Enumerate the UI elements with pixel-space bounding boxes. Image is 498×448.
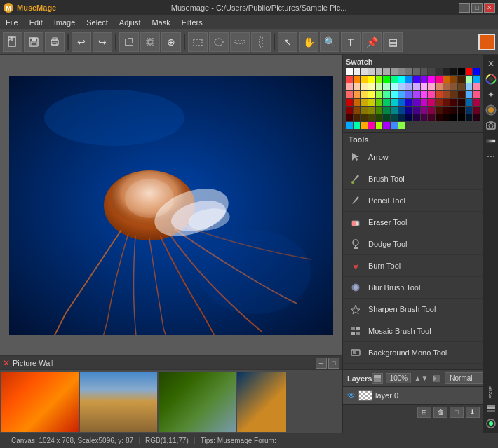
swatch-color-81[interactable] — [413, 99, 420, 106]
swatch-color-71[interactable] — [473, 91, 480, 98]
swatch-color-19[interactable] — [354, 76, 361, 83]
opacity-stepper[interactable]: ▲▼ — [414, 374, 428, 382]
select-col[interactable] — [251, 32, 271, 52]
undo-button[interactable]: ↩ — [72, 32, 91, 52]
swatch-color-104[interactable] — [450, 107, 457, 114]
swatch-color-40[interactable] — [376, 83, 383, 90]
swatch-color-63[interactable] — [413, 91, 420, 98]
swatch-color-119[interactable] — [428, 114, 435, 121]
more-options-icon[interactable]: ⋯ — [485, 150, 497, 163]
swatch-color-128[interactable] — [361, 122, 368, 129]
swatch-color-0[interactable] — [346, 68, 353, 75]
swatch-color-94[interactable] — [376, 107, 383, 114]
select-row[interactable] — [230, 32, 250, 52]
swatch-color-4[interactable] — [376, 68, 383, 75]
swatch-color-113[interactable] — [383, 114, 390, 121]
swatch-color-27[interactable] — [413, 76, 420, 83]
move-layer-down-button[interactable]: ⬇ — [466, 407, 480, 418]
swatch-color-121[interactable] — [443, 114, 450, 121]
swatch-color-14[interactable] — [450, 68, 457, 75]
swatch-color-54[interactable] — [346, 91, 353, 98]
swatch-color-131[interactable] — [383, 122, 390, 129]
swatch-color-77[interactable] — [383, 99, 390, 106]
swatch-color-118[interactable] — [421, 114, 428, 121]
swatch-color-83[interactable] — [428, 99, 435, 106]
swatch-color-93[interactable] — [368, 107, 375, 114]
swatch-color-108[interactable] — [346, 114, 353, 121]
swatch-color-69[interactable] — [458, 91, 465, 98]
swatch-color-60[interactable] — [391, 91, 398, 98]
tool-item-mosaic-brush-tool[interactable]: Mosaic Brush Tool — [343, 320, 483, 342]
swatch-color-23[interactable] — [383, 76, 390, 83]
swatch-color-59[interactable] — [383, 91, 390, 98]
transform-button[interactable] — [140, 32, 160, 52]
swatch-color-32[interactable] — [450, 76, 457, 83]
tool-item-burn-tool[interactable]: Burn Tool — [343, 255, 483, 277]
swatch-color-22[interactable] — [376, 76, 383, 83]
swatch-color-70[interactable] — [466, 91, 473, 98]
swatch-color-1[interactable] — [354, 68, 361, 75]
swatch-color-91[interactable] — [354, 107, 361, 114]
tool-item-background-mono-tool[interactable]: Background Mono Tool — [343, 342, 483, 364]
zoom-tool[interactable]: 🔍 — [320, 32, 339, 52]
swatch-color-41[interactable] — [383, 83, 390, 90]
swatch-color-62[interactable] — [405, 91, 412, 98]
swatch-color-21[interactable] — [368, 76, 375, 83]
swatch-color-85[interactable] — [443, 99, 450, 106]
swatch-color-31[interactable] — [443, 76, 450, 83]
layer-tool[interactable]: ▤ — [383, 32, 403, 52]
swatch-color-97[interactable] — [398, 107, 405, 114]
swatch-color-57[interactable] — [368, 91, 375, 98]
swatch-color-105[interactable] — [458, 107, 465, 114]
swatch-color-37[interactable] — [354, 83, 361, 90]
close-panel-icon[interactable]: ✕ — [485, 57, 497, 70]
swatch-color-90[interactable] — [346, 107, 353, 114]
menu-item-image[interactable]: Image — [51, 17, 79, 28]
swatch-color-106[interactable] — [466, 107, 473, 114]
foreground-color[interactable] — [478, 34, 495, 50]
thumbnail-3[interactable] — [159, 372, 236, 432]
menu-item-edit[interactable]: Edit — [27, 17, 46, 28]
swatch-color-38[interactable] — [361, 83, 368, 90]
swatch-color-124[interactable] — [466, 114, 473, 121]
swatch-color-114[interactable] — [391, 114, 398, 121]
swatch-color-5[interactable] — [383, 68, 390, 75]
swatch-color-75[interactable] — [368, 99, 375, 106]
crop-button[interactable] — [119, 32, 139, 52]
swatch-color-29[interactable] — [428, 76, 435, 83]
swatch-color-103[interactable] — [443, 107, 450, 114]
swatch-color-35[interactable] — [473, 76, 480, 83]
swatch-color-111[interactable] — [368, 114, 375, 121]
swatch-color-122[interactable] — [450, 114, 457, 121]
print-button[interactable] — [45, 32, 65, 52]
swatch-color-116[interactable] — [405, 114, 412, 121]
swatch-color-10[interactable] — [421, 68, 428, 75]
swatch-color-79[interactable] — [398, 99, 405, 106]
exif-label[interactable]: EXIF — [487, 386, 494, 399]
swatch-color-86[interactable] — [450, 99, 457, 106]
menu-item-filters[interactable]: Filters — [179, 17, 206, 28]
swatch-color-96[interactable] — [391, 107, 398, 114]
swatch-color-76[interactable] — [376, 99, 383, 106]
minimize-button[interactable]: ─ — [459, 3, 470, 13]
tool-item-dodge-tool[interactable]: Dodge Tool — [343, 233, 483, 255]
gradient-icon[interactable] — [485, 135, 497, 147]
layer-options-button[interactable]: □ — [450, 407, 464, 418]
swatch-color-92[interactable] — [361, 107, 368, 114]
select-rect[interactable] — [188, 32, 208, 52]
close-button[interactable]: ✕ — [484, 3, 495, 13]
delete-layer-button[interactable]: 🗑 — [433, 407, 447, 418]
color-wheel-icon[interactable] — [485, 73, 497, 86]
swatch-color-133[interactable] — [398, 122, 405, 129]
picture-wall-close[interactable]: ✕ — [3, 358, 10, 368]
color-picker-icon[interactable] — [485, 104, 497, 116]
swatch-color-39[interactable] — [368, 83, 375, 90]
swatch-color-112[interactable] — [376, 114, 383, 121]
swatch-color-117[interactable] — [413, 114, 420, 121]
swatch-color-28[interactable] — [421, 76, 428, 83]
thumbnail-1[interactable] — [1, 372, 79, 432]
swatch-color-88[interactable] — [466, 99, 473, 106]
swatch-color-42[interactable] — [391, 83, 398, 90]
menu-item-file[interactable]: File — [3, 17, 21, 28]
swatch-color-126[interactable] — [346, 122, 353, 129]
